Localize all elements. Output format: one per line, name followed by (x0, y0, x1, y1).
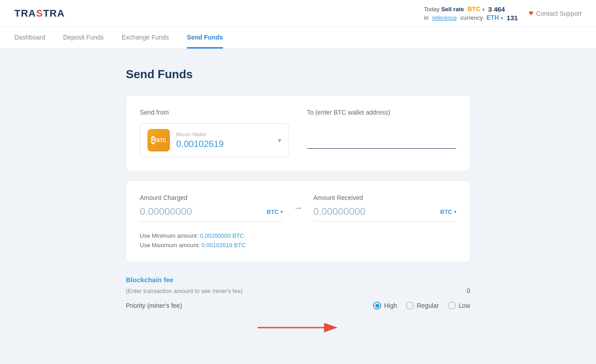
priority-high-label: High (384, 302, 397, 309)
arrow-right-icon: → (294, 203, 302, 213)
send-from-column: Send from ₿ BTC Bitcoin Wallet 0.0010261… (140, 109, 289, 157)
wallet-ticker: BTC (156, 138, 167, 143)
priority-low-label: Low (458, 302, 470, 309)
nav-item-dashboard[interactable]: Dashboard (14, 34, 45, 49)
priority-regular[interactable]: Regular (406, 302, 439, 310)
currency-text: currency (460, 14, 483, 21)
min-amount-link[interactable]: 0.00200000 BTC (200, 232, 244, 239)
arrow-annotation (126, 319, 470, 337)
in-text: in (424, 14, 428, 21)
max-amount-link[interactable]: 0.00102619 BTC (201, 242, 245, 249)
priority-row: Priority (miner's fee) High Regular Low (126, 302, 470, 310)
contact-support-button[interactable]: ♥ Contact Support (529, 9, 582, 18)
chevron-down-icon: ▾ (280, 209, 283, 214)
wallet-info: Bitcoin Wallet 0.00102619 (176, 132, 271, 149)
priority-low[interactable]: Low (448, 302, 470, 310)
amount-charged-input-row: 0.00000000 BTC ▾ (140, 206, 283, 222)
contact-support-label: Contact Support (536, 10, 582, 17)
min-amount-row: Use Minimum amount: 0.00200000 BTC (140, 232, 456, 239)
logo-highlight: S (36, 8, 43, 19)
heart-icon: ♥ (529, 9, 534, 18)
blockchain-fee-section: Blockchain fee (Enter transaction amount… (126, 271, 470, 341)
fee-description-row: (Enter transaction amount to see miner's… (126, 287, 470, 294)
btc-currency-select[interactable]: BTC ▾ (467, 5, 485, 13)
logo: TRASTRA (14, 8, 65, 19)
wallet-icon: ₿ BTC (147, 129, 170, 151)
min-max-row: Use Minimum amount: 0.00200000 BTC Use M… (140, 232, 456, 249)
sell-rate-box: Today Sell rate BTC ▾ 3 464 in reference… (424, 5, 518, 22)
max-label: Use Maximum amount: (140, 242, 200, 249)
fee-description-text: (Enter transaction amount to see miner's… (126, 288, 243, 294)
priority-high[interactable]: High (373, 302, 397, 310)
address-input-wrap (307, 123, 456, 149)
wallet-balance: 0.00102619 (176, 139, 271, 149)
send-from-to-card: Send from ₿ BTC Bitcoin Wallet 0.0010261… (126, 95, 470, 171)
amount-charged-currency[interactable]: BTC ▾ (267, 209, 283, 215)
radio-low[interactable] (448, 302, 456, 310)
logo-part2: TRA (43, 8, 65, 19)
min-label: Use Minimum amount: (140, 232, 198, 239)
send-to-column: To (enter BTC wallet address) (307, 109, 456, 149)
reference-link[interactable]: reference (432, 14, 457, 21)
amount-received-col: Amount Received 0.00000000 BTC ▾ (313, 194, 456, 222)
priority-label: Priority (miner's fee) (126, 302, 182, 309)
blockchain-fee-title: Blockchain fee (126, 276, 470, 284)
amount-received-value: 0.00000000 (313, 206, 440, 218)
eth-currency-select[interactable]: ETH ▾ (486, 14, 503, 21)
wallet-type: Bitcoin Wallet (176, 132, 271, 137)
amount-charged-col: Amount Charged 0.00000000 BTC ▾ (140, 194, 283, 222)
eth-rate-value: 131 (507, 14, 518, 22)
send-from-label: Send from (140, 109, 289, 116)
amount-received-currency[interactable]: BTC ▾ (440, 209, 456, 215)
sell-rate-label: Today Sell rate (424, 6, 464, 13)
nav-item-send[interactable]: Send Funds (187, 34, 223, 49)
header-right: Today Sell rate BTC ▾ 3 464 in reference… (424, 5, 582, 22)
page-title: Send Funds (126, 67, 470, 81)
nav-item-exchange[interactable]: Exchange Funds (122, 34, 169, 49)
fee-value: 0 (467, 287, 470, 294)
amount-received-input-row: 0.00000000 BTC ▾ (313, 206, 456, 222)
amount-charged-label: Amount Charged (140, 194, 283, 201)
wallet-dropdown-arrow[interactable]: ▾ (278, 136, 281, 145)
nav-item-deposit[interactable]: Deposit Funds (63, 34, 104, 49)
priority-radio-group: High Regular Low (373, 302, 470, 310)
send-row: Send from ₿ BTC Bitcoin Wallet 0.0010261… (140, 109, 456, 157)
amount-card: Amount Charged 0.00000000 BTC ▾ → Amount… (126, 180, 470, 262)
header: TRASTRA Today Sell rate BTC ▾ 3 464 in r… (0, 0, 596, 27)
main-content: Send Funds Send from ₿ BTC Bitcoin Walle… (0, 49, 596, 359)
chevron-down-icon-2: ▾ (454, 209, 456, 214)
wallet-selector[interactable]: ₿ BTC Bitcoin Wallet 0.00102619 ▾ (140, 123, 289, 157)
radio-regular[interactable] (406, 302, 414, 310)
amount-charged-value: 0.00000000 (140, 206, 267, 218)
navigation: Dashboard Deposit Funds Exchange Funds S… (0, 27, 596, 49)
btc-rate-value: 3 464 (488, 5, 505, 13)
logo-part1: TRA (14, 8, 36, 19)
address-input[interactable] (307, 134, 456, 149)
max-amount-row: Use Maximum amount: 0.00102619 BTC (140, 242, 456, 249)
red-arrow-svg (253, 319, 343, 337)
amount-row: Amount Charged 0.00000000 BTC ▾ → Amount… (140, 194, 456, 222)
send-to-label: To (enter BTC wallet address) (307, 109, 456, 116)
radio-high[interactable] (373, 302, 381, 310)
amount-received-label: Amount Received (313, 194, 456, 201)
priority-regular-label: Regular (417, 302, 439, 309)
